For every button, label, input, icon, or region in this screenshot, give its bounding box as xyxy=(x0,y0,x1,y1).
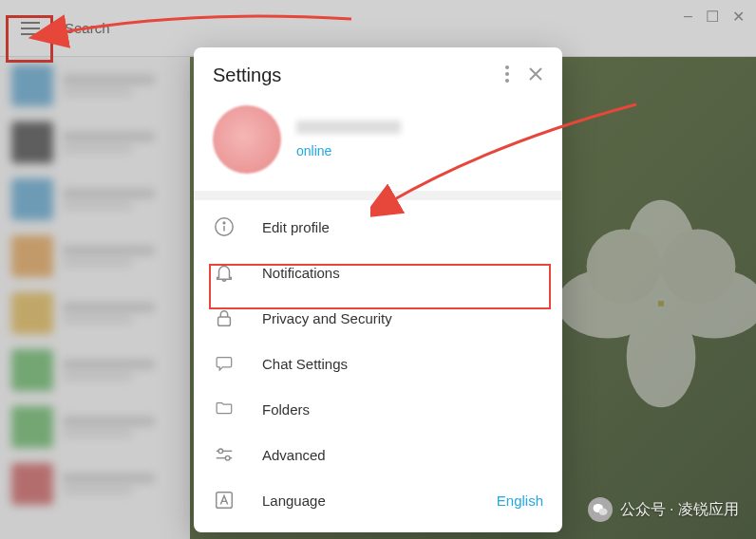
svg-rect-16 xyxy=(218,317,231,325)
svg-point-15 xyxy=(223,222,225,224)
close-icon xyxy=(528,66,543,82)
bell-icon xyxy=(213,261,236,284)
chat-settings-item[interactable]: Chat Settings xyxy=(194,341,562,386)
language-item[interactable]: Language English xyxy=(194,477,562,523)
user-status: online xyxy=(296,143,401,158)
sliders-icon xyxy=(213,443,236,466)
folders-item[interactable]: Folders xyxy=(194,386,562,432)
watermark-text: 公众号 · 凌锐应用 xyxy=(620,500,739,520)
info-icon xyxy=(213,215,236,238)
chat-icon xyxy=(213,352,236,375)
language-icon xyxy=(213,489,236,511)
lock-icon xyxy=(213,307,236,329)
item-label: Language xyxy=(262,493,470,509)
modal-header: Settings xyxy=(194,47,562,98)
svg-point-12 xyxy=(505,79,509,83)
avatar[interactable] xyxy=(213,105,281,174)
advanced-item[interactable]: Advanced xyxy=(194,432,562,477)
edit-profile-item[interactable]: Edit profile xyxy=(194,204,562,250)
folder-icon xyxy=(213,398,236,420)
item-label: Advanced xyxy=(262,447,543,463)
kebab-icon xyxy=(505,65,509,83)
settings-title: Settings xyxy=(213,65,281,86)
separator xyxy=(194,191,562,200)
privacy-item[interactable]: Privacy and Security xyxy=(194,295,562,341)
language-value: English xyxy=(497,493,543,509)
notifications-item[interactable]: Notifications xyxy=(194,250,562,295)
item-label: Chat Settings xyxy=(262,356,543,372)
profile-section: online xyxy=(194,98,562,191)
close-button[interactable] xyxy=(528,66,543,85)
wechat-icon xyxy=(588,497,613,522)
settings-list: Edit profile Notifications Privacy and S… xyxy=(194,200,562,523)
watermark: 公众号 · 凌锐应用 xyxy=(588,497,739,522)
item-label: Folders xyxy=(262,401,543,418)
svg-point-11 xyxy=(505,72,509,76)
settings-modal: Settings online Edit profile xyxy=(194,47,562,532)
more-button[interactable] xyxy=(505,65,509,86)
item-label: Notifications xyxy=(262,265,543,281)
svg-point-10 xyxy=(505,65,509,69)
user-name xyxy=(296,121,401,134)
svg-point-23 xyxy=(598,509,607,516)
item-label: Privacy and Security xyxy=(262,310,543,326)
svg-point-20 xyxy=(225,455,230,460)
svg-point-18 xyxy=(218,449,223,454)
item-label: Edit profile xyxy=(262,219,543,235)
